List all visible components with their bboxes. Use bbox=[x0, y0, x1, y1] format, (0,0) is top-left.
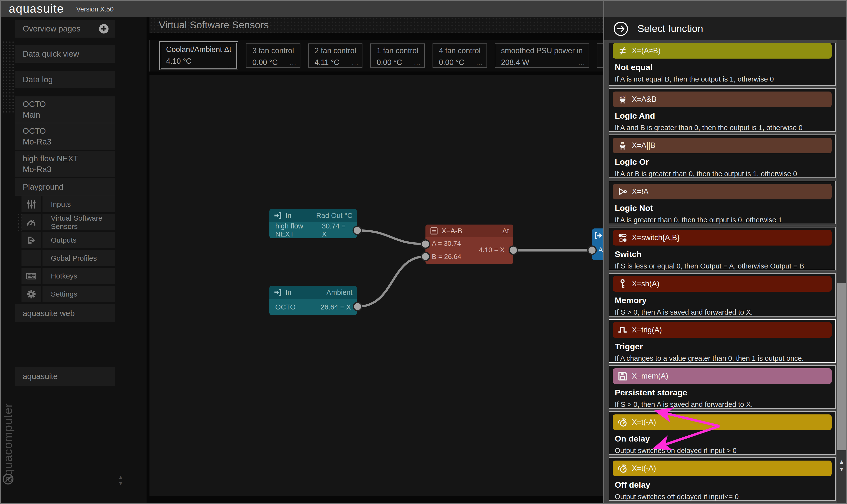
sidebar-tool-settings[interactable]: Settings bbox=[21, 286, 115, 302]
function-formula: X=sh(A) bbox=[632, 280, 659, 288]
function-formula: X=!A bbox=[632, 187, 649, 196]
function-header-bar: X=t(-A) bbox=[613, 461, 832, 476]
or-gate-icon: or bbox=[617, 140, 628, 151]
aquacomputer-logo-icon bbox=[2, 473, 14, 485]
sidebar-item-aquasuite-web[interactable]: aquasuite web bbox=[15, 304, 115, 322]
node-input-ambient[interactable]: In Ambient OCTO 26.64 = X bbox=[269, 286, 357, 315]
function-header-bar: X=t(-A) bbox=[613, 414, 832, 430]
function-name: Memory bbox=[615, 295, 835, 305]
function-formula: X=switch{A,B} bbox=[632, 233, 680, 242]
function-card-not-equal[interactable]: ≠X=(A≠B)Not equalIf A is not equal B, th… bbox=[608, 43, 836, 86]
sensor-tab-smoothed-psu-power-in[interactable]: smoothed PSU power in208.4 W... bbox=[495, 43, 589, 68]
tab-more-button[interactable]: ... bbox=[578, 59, 585, 67]
scrollbar-arrows[interactable]: ▲▼ bbox=[837, 458, 846, 473]
sidebar-tool-virtual-software-sensors[interactable]: Virtual Software Sensors bbox=[21, 214, 115, 230]
tab-more-button[interactable]: ... bbox=[227, 61, 234, 69]
function-header-bar: andX=A&B bbox=[613, 91, 832, 107]
tab-more-button[interactable]: ... bbox=[352, 59, 359, 67]
switch-icon bbox=[617, 232, 628, 243]
function-header-bar: ≠X=(A≠B) bbox=[613, 43, 832, 58]
page-header: Virtual Software Sensors bbox=[149, 17, 603, 33]
sidebar-tool-gobal-profiles[interactable]: Gobal Profiles bbox=[21, 250, 115, 266]
function-name: Not equal bbox=[615, 62, 835, 72]
function-card-logic-or[interactable]: orX=A||BLogic OrIf A or B is greater tha… bbox=[608, 134, 836, 178]
sidebar-item-playground[interactable]: Playground bbox=[15, 178, 115, 196]
function-card-on-delay[interactable]: X=t(-A)On delayOutput switches on delaye… bbox=[608, 411, 836, 455]
node-canvas[interactable]: In Rad Out °C high flow NEXT 30.74 = X I… bbox=[149, 75, 603, 496]
tab-value: 208.4 W bbox=[501, 58, 583, 67]
sidebar-item-aquasuite[interactable]: aquasuite bbox=[15, 367, 115, 385]
node-source: high flow NEXT bbox=[275, 222, 322, 238]
node-type: In bbox=[285, 212, 292, 220]
sidebar-item-sublabel: Mo-Ra3 bbox=[23, 137, 115, 147]
function-name: Off delay bbox=[615, 480, 835, 490]
sidebar-item-data-log[interactable]: Data log bbox=[15, 71, 115, 88]
function-card-persistent-storage[interactable]: X=mem(A)Persistent storageIf S > 0, then… bbox=[608, 365, 836, 409]
sidebar-tool-label: Settings bbox=[42, 286, 115, 302]
sidebar-item-label: high flow NEXT bbox=[23, 153, 115, 164]
function-header-bar: orX=A||B bbox=[613, 138, 832, 153]
function-description: If A changes to a value greater than 0, … bbox=[615, 354, 835, 362]
page-title: Virtual Software Sensors bbox=[149, 19, 269, 31]
sidebar-tool-hotkeys[interactable]: Hotkeys bbox=[21, 268, 115, 284]
sensor-tab-4-fan-control[interactable]: 4 fan control0.00 °C... bbox=[433, 43, 487, 68]
tab-more-button[interactable]: ... bbox=[290, 59, 297, 67]
function-header-bar: X=trig(A) bbox=[613, 322, 832, 338]
version-label: Version X.50 bbox=[76, 6, 113, 13]
function-card-logic-and[interactable]: andX=A&BLogic AndIf A and B is greater t… bbox=[608, 88, 836, 132]
tab-label: 4 fan control bbox=[439, 47, 481, 55]
sidebar: Overview pagesData quick viewData logOCT… bbox=[0, 17, 146, 504]
panel-scrollbar[interactable]: ▲▼ bbox=[837, 40, 846, 503]
export-icon bbox=[21, 232, 41, 248]
sidebar-item-octo-mo-ra3[interactable]: OCTOMo-Ra3 bbox=[15, 123, 115, 150]
node-subtract[interactable]: X=A-B Δt A = 30.74 B = 26.64 4.10 = X bbox=[425, 224, 513, 264]
function-header-bar: X=sh(A) bbox=[613, 276, 832, 292]
aquacomputer-brand: aquacomputer bbox=[1, 403, 15, 483]
function-description: If A and B is greater than 0, then the o… bbox=[615, 124, 835, 132]
sidebar-tool-inputs[interactable]: Inputs bbox=[21, 196, 115, 212]
node-input-b-value: B = 26.64 bbox=[432, 253, 461, 261]
function-description: If S is less or equal 0, then Output = A… bbox=[615, 262, 835, 270]
node-input-radout[interactable]: In Rad Out °C high flow NEXT 30.74 = X bbox=[269, 209, 357, 238]
function-card-memory[interactable]: X=sh(A)MemoryIf S > 0, then A is saved a… bbox=[608, 273, 836, 317]
node-output[interactable]: A bbox=[592, 229, 603, 260]
function-formula: X=A&B bbox=[632, 95, 656, 104]
tab-label: 2 fan control bbox=[315, 47, 356, 55]
output-port-label: A bbox=[598, 246, 603, 254]
sensor-tab-2-fan-control[interactable]: 2 fan control4.11 °C... bbox=[308, 43, 363, 68]
function-card-logic-not[interactable]: X=!ALogic NotIf A is greater than 0, the… bbox=[608, 181, 836, 224]
pulse-icon bbox=[617, 325, 628, 335]
tab-more-button[interactable]: ... bbox=[476, 59, 483, 67]
key-icon bbox=[617, 278, 628, 289]
node-wires bbox=[149, 75, 603, 496]
sidebar-scroll-arrows[interactable]: ▲▼ bbox=[118, 474, 123, 487]
and-gate-icon: and bbox=[617, 94, 628, 105]
function-header-bar: X=mem(A) bbox=[613, 368, 832, 384]
tab-more-button[interactable]: ... bbox=[414, 59, 421, 67]
function-header-bar: X=switch{A,B} bbox=[613, 230, 832, 246]
sidebar-tool-label: Outputs bbox=[42, 232, 115, 248]
sidebar-tool-outputs[interactable]: Outputs bbox=[21, 232, 115, 248]
svg-text:and: and bbox=[620, 95, 625, 98]
tab-label: 3 fan control bbox=[252, 47, 294, 55]
sidebar-item-sublabel: Mo-Ra3 bbox=[23, 164, 115, 175]
add-overview-page-button[interactable] bbox=[98, 23, 109, 34]
floppy-icon bbox=[617, 371, 628, 381]
stopwatch-icon bbox=[617, 417, 628, 428]
function-card-trigger[interactable]: X=trig(A)TriggerIf A changes to a value … bbox=[608, 319, 836, 363]
function-description: Output switches on delayed if input > 0 bbox=[615, 447, 835, 455]
sidebar-item-high-flow-next-mo-ra3[interactable]: high flow NEXTMo-Ra3 bbox=[15, 151, 115, 177]
sensor-tab-coolant-ambient-t[interactable]: Coolant/Ambient Δt4.10 °C... bbox=[159, 41, 238, 70]
circle-arrow-icon bbox=[613, 21, 629, 37]
sensor-tab-3-fan-control[interactable]: 3 fan control0.00 °C... bbox=[246, 43, 300, 68]
sidebar-item-data-quick-view[interactable]: Data quick view bbox=[15, 45, 115, 63]
function-card-off-delay[interactable]: X=t(-A)Off delayOutput switches off dela… bbox=[608, 457, 836, 501]
sidebar-item-octo-main[interactable]: OCTOMain bbox=[15, 96, 115, 123]
sensor-tab-1-fan-control[interactable]: 1 fan control0.00 °C... bbox=[370, 43, 425, 68]
sidebar-item-overview-pages[interactable]: Overview pages bbox=[15, 20, 115, 38]
sensor-tab-fan-2-cont[interactable]: fan 2 cont4.11 °C... bbox=[597, 43, 603, 68]
function-formula: X=(A≠B) bbox=[632, 47, 661, 55]
function-card-switch[interactable]: X=switch{A,B}SwitchIf S is less or equal… bbox=[608, 227, 836, 270]
tab-value: 4.11 °C bbox=[315, 58, 356, 67]
scrollbar-thumb[interactable] bbox=[837, 283, 846, 450]
